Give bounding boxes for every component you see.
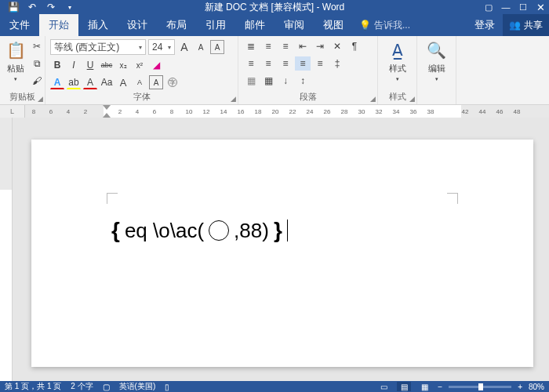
tab-home[interactable]: 开始 [39,14,78,36]
tab-review[interactable]: 审阅 [274,14,314,36]
workspace: { eq \o\ac(,88) } [0,118,549,381]
tab-mailings[interactable]: 邮件 [235,14,274,36]
view-read-button[interactable]: ▭ [376,382,391,391]
align-justify-button[interactable]: ≡ [295,56,311,71]
first-line-indent-marker[interactable] [103,105,111,110]
text-effects-button[interactable]: A [50,75,64,89]
ruler-tick: 28 [336,108,353,115]
document-content[interactable]: { eq \o\ac(,88) } [111,218,288,243]
format-painter-button[interactable]: 🖌 [30,74,44,88]
view-print-button[interactable]: ▤ [397,382,411,391]
line-spacing-button[interactable]: ‡ [329,56,345,71]
styles-button[interactable]: A̲ 样式 ▾ [384,39,412,82]
tab-file[interactable]: 文件 [0,14,39,36]
shrink-char-button[interactable]: A [133,75,147,89]
italic-button[interactable]: I [67,58,81,72]
underline-button[interactable]: U [83,58,97,72]
increase-indent-button[interactable]: ⇥ [312,39,328,53]
zoom-out-button[interactable]: − [438,383,442,391]
copy-button[interactable]: ⧉ [30,56,44,71]
editing-button[interactable]: 🔍 编辑 ▾ [423,39,451,82]
status-page[interactable]: 第 1 页，共 1 页 [5,381,61,392]
align-center-button[interactable]: ≡ [260,56,276,71]
borders-button[interactable]: ▦ [260,74,276,88]
change-case-button[interactable]: Aa [100,75,114,89]
superscript-button[interactable]: x² [133,58,147,72]
shrink-font-button[interactable]: A [194,39,208,55]
minimize-icon[interactable]: — [497,0,514,14]
character-border-button[interactable]: A [149,75,163,89]
vertical-ruler[interactable] [0,118,13,381]
highlight-button[interactable]: ab [67,75,81,89]
numbering-button[interactable]: ≡ [260,39,276,53]
paragraph-dialog-launcher[interactable]: ◢ [370,95,376,103]
redo-icon[interactable]: ↷ [45,2,56,13]
find-icon: 🔍 [426,39,448,61]
align-left-button[interactable]: ≡ [243,56,259,71]
subscript-button[interactable]: x₂ [116,58,130,72]
decrease-indent-button[interactable]: ⇤ [295,39,311,53]
status-language[interactable]: 英语(美国) [119,381,156,392]
group-clipboard: 📋 粘贴 ▾ ✂ ⧉ 🖌 剪贴板 ◢ [0,36,45,104]
font-name-select[interactable]: 等线 (西文正文)▾ [50,39,146,55]
cut-button[interactable]: ✂ [30,39,44,53]
signin-button[interactable]: 登录 [467,18,503,32]
bullets-button[interactable]: ≣ [243,39,259,53]
tab-references[interactable]: 引用 [196,14,235,36]
shrink-font-icon: A [198,43,204,52]
ribbon-options-icon[interactable]: ▢ [480,0,497,14]
zoom-level[interactable]: 80% [529,383,544,391]
status-macro-icon[interactable]: ▯ [165,383,169,391]
distribute-button[interactable]: ≡ [312,56,328,71]
showall-icon: ↕ [300,75,305,86]
showall-button[interactable]: ↕ [295,74,311,88]
tab-layout[interactable]: 布局 [157,14,196,36]
grow-font-button[interactable]: A [177,39,191,55]
window-controls: ▢ — ☐ ✕ [480,0,549,14]
ruler-tick: 30 [353,108,370,115]
share-button[interactable]: 👥 共享 [503,14,549,36]
horizontal-ruler[interactable]: L 86422468101214161820222426283032343638… [0,105,549,118]
chevron-down-icon: ▾ [136,44,142,51]
status-words[interactable]: 2 个字 [71,381,93,392]
indent-icon: ⇥ [316,41,324,52]
quick-access-toolbar: 💾 ↶ ↷ ▾ [0,2,75,13]
ruler-corner[interactable]: L [0,105,25,118]
view-web-button[interactable]: ▦ [417,382,431,391]
ruler-tick: 36 [405,108,422,115]
field-code-pre: eq \o\ac( [125,219,204,243]
multilevel-button[interactable]: ≡ [278,39,293,53]
zoom-slider[interactable] [449,386,511,388]
tell-me-search[interactable]: 💡 告诉我... [353,14,467,36]
document-page[interactable]: { eq \o\ac(,88) } [31,140,533,367]
enclosed-char-button[interactable]: 字 [165,75,180,89]
maximize-icon[interactable]: ☐ [514,0,532,14]
close-icon[interactable]: ✕ [532,0,549,14]
status-spellcheck-icon[interactable]: ▢ [103,383,110,391]
styles-dialog-launcher[interactable]: ◢ [409,95,415,103]
save-icon[interactable]: 💾 [8,2,19,13]
shading-button[interactable]: ▦ [243,74,259,88]
tab-insert[interactable]: 插入 [78,14,118,36]
tab-design[interactable]: 设计 [118,14,157,36]
pilcrow-icon: ¶ [352,41,357,52]
group-editing: 🔍 编辑 ▾ [417,36,456,104]
phonetic-guide-button[interactable]: A [210,40,224,54]
font-color-button[interactable]: A [83,75,97,89]
show-marks-button[interactable]: ¶ [347,39,362,53]
zoom-in-button[interactable]: + [518,383,522,391]
asian-layout-button[interactable]: ✕ [329,39,345,53]
clear-formatting-button[interactable]: ◢ [149,58,163,72]
undo-icon[interactable]: ↶ [27,2,38,13]
bold-button[interactable]: B [50,58,64,72]
strikethrough-button[interactable]: abc [100,58,114,72]
grow-char-button[interactable]: A [116,75,130,89]
qat-dropdown-icon[interactable]: ▾ [64,2,75,13]
tab-view[interactable]: 视图 [314,14,353,36]
font-size-select[interactable]: 24▾ [148,39,175,55]
paste-button[interactable]: 📋 粘贴 ▾ [5,39,27,82]
sort-button[interactable]: ↓ [278,74,293,88]
font-dialog-launcher[interactable]: ◢ [231,95,236,103]
clipboard-dialog-launcher[interactable]: ◢ [38,95,43,103]
align-right-button[interactable]: ≡ [278,56,293,71]
